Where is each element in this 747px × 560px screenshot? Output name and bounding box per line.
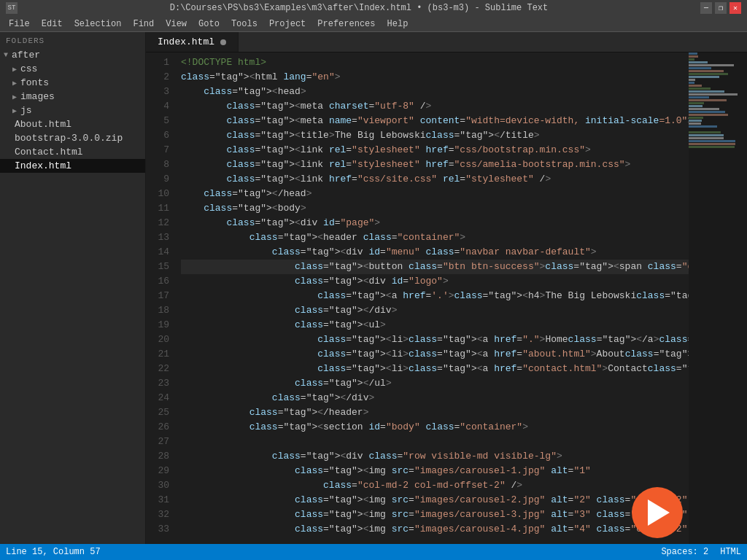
sidebar-folder-label: css	[20, 63, 145, 74]
menu-item-edit[interactable]: Edit	[36, 18, 69, 31]
restore-button[interactable]: ❐	[715, 2, 727, 14]
sidebar-folder-label: fonts	[20, 77, 145, 88]
sidebar-folder-images[interactable]: ▶images	[0, 90, 145, 104]
minimap	[689, 52, 747, 544]
menu-item-goto[interactable]: Goto	[193, 18, 225, 31]
code-line: class="tag"><link rel="stylesheet" href=…	[181, 158, 689, 172]
code-line: class="tag"></div>	[181, 303, 689, 318]
sidebar-folder-after[interactable]: ▼after	[0, 48, 145, 62]
code-line: class="tag"><meta name="viewport" conten…	[181, 114, 689, 128]
statusbar: Line 15, Column 57 Spaces: 2 HTML	[0, 544, 747, 560]
sidebar-file-bootstrap[interactable]: bootstrap-3.0.0.zip	[0, 131, 145, 145]
code-line: class="col-md-2 col-md-offset-2" />	[181, 478, 689, 493]
folders-label: FOLDERS	[0, 32, 145, 48]
sidebar-folder-css[interactable]: ▶css	[0, 62, 145, 76]
code-line: class="tag"><img src="images/carousel-2.…	[181, 493, 689, 508]
code-line: class="tag"><ul>	[181, 318, 689, 332]
menu-item-selection[interactable]: Selection	[69, 18, 128, 31]
code-line: <!DOCTYPE html>	[181, 55, 689, 70]
code-line: class="tag"><img src="images/carousel-3.…	[181, 508, 689, 522]
menu-item-project[interactable]: Project	[263, 18, 311, 31]
code-line: class="tag"><link rel="stylesheet" href=…	[181, 143, 689, 158]
code-line: class="tag"></head>	[181, 187, 689, 201]
sidebar: FOLDERS ▼after▶css▶fonts▶images▶jsAbout.…	[0, 32, 146, 544]
status-left: Line 15, Column 57	[6, 547, 101, 557]
menu-item-view[interactable]: View	[160, 18, 193, 31]
editor-area: Index.html 12345678910111213141516171819…	[146, 32, 747, 544]
minimize-button[interactable]: ─	[700, 2, 712, 14]
window-controls: ─ ❐ ✕	[700, 2, 741, 14]
menu-item-preferences[interactable]: Preferences	[311, 18, 381, 31]
code-line: class="tag"><div id="page">	[181, 216, 689, 230]
tabbar: Index.html	[146, 32, 747, 52]
status-language: HTML	[720, 547, 741, 557]
sidebar-folder-fonts[interactable]: ▶fonts	[0, 76, 145, 90]
pluralsight-logo	[632, 487, 683, 538]
code-line: class="tag"></ul>	[181, 376, 689, 391]
code-line: class="tag"><div id="logo">	[181, 274, 689, 289]
status-line-col: Line 15, Column 57	[6, 547, 101, 557]
status-right: Spaces: 2 HTML	[661, 547, 741, 557]
main-layout: FOLDERS ▼after▶css▶fonts▶images▶jsAbout.…	[0, 32, 747, 544]
sidebar-folder-label: js	[20, 105, 145, 116]
code-line: class="tag"><section id="body" class="co…	[181, 420, 689, 435]
sidebar-folder-label: images	[20, 91, 145, 102]
code-line: class="tag"><div class="row visible-md v…	[181, 449, 689, 464]
menu-item-help[interactable]: Help	[382, 18, 414, 31]
code-line: class="tag"><html lang="en">	[181, 70, 689, 85]
tab-index-html[interactable]: Index.html	[146, 32, 239, 52]
code-content[interactable]: <!DOCTYPE html>class="tag"><html lang="e…	[175, 52, 689, 544]
tab-modified-dot	[220, 39, 226, 45]
titlebar: ST D:\Courses\PS\bs3\Examples\m3\after\I…	[0, 0, 747, 16]
code-line: class="tag"><li>class="tag"><a href="con…	[181, 362, 689, 376]
menubar: FileEditSelectionFindViewGotoToolsProjec…	[0, 16, 747, 32]
close-button[interactable]: ✕	[729, 2, 741, 14]
code-line: class="tag"><button class="btn btn-succe…	[181, 260, 689, 274]
code-line: class="tag"><img src="images/carousel-4.…	[181, 522, 689, 537]
code-line	[181, 435, 689, 449]
code-line: class="tag"><link href="css/site.css" re…	[181, 172, 689, 187]
code-line: class="tag"><li>class="tag"><a href=".">…	[181, 332, 689, 347]
sidebar-folder-js[interactable]: ▶js	[0, 104, 145, 117]
code-line: class="tag"><body>	[181, 201, 689, 216]
menu-item-file[interactable]: File	[3, 18, 36, 31]
line-numbers: 1234567891011121314151617181920212223242…	[146, 52, 175, 544]
tab-label: Index.html	[158, 36, 214, 47]
code-line: class="tag"><header class="container">	[181, 230, 689, 245]
window-icon: ST	[6, 2, 18, 14]
code-line: class="tag"><li>class="tag"><a href="abo…	[181, 347, 689, 362]
code-line: class="tag"></header>	[181, 405, 689, 420]
menu-item-tools[interactable]: Tools	[225, 18, 263, 31]
window-title: D:\Courses\PS\bs3\Examples\m3\after\Inde…	[18, 3, 700, 13]
status-spaces: Spaces: 2	[661, 547, 708, 557]
sidebar-file-about[interactable]: About.html	[0, 117, 145, 131]
code-line: class="tag"></div>	[181, 391, 689, 405]
sidebar-file-contact[interactable]: Contact.html	[0, 145, 145, 159]
code-line: class="tag"><title>The Big Lebowskiclass…	[181, 128, 689, 143]
code-line: class="tag"><img src="images/carousel-1.…	[181, 464, 689, 478]
code-line: class="tag"><meta charset="utf-8" />	[181, 99, 689, 114]
sidebar-file-index[interactable]: Index.html	[0, 159, 145, 173]
code-line: class="tag"><div id="menu" class="navbar…	[181, 245, 689, 260]
code-line: class="tag"><a href='.'>class="tag"><h4>…	[181, 289, 689, 303]
sidebar-folder-label: after	[12, 50, 145, 61]
code-editor[interactable]: 1234567891011121314151617181920212223242…	[146, 52, 747, 544]
menu-item-find[interactable]: Find	[127, 18, 160, 31]
code-line: class="tag"><head>	[181, 85, 689, 99]
